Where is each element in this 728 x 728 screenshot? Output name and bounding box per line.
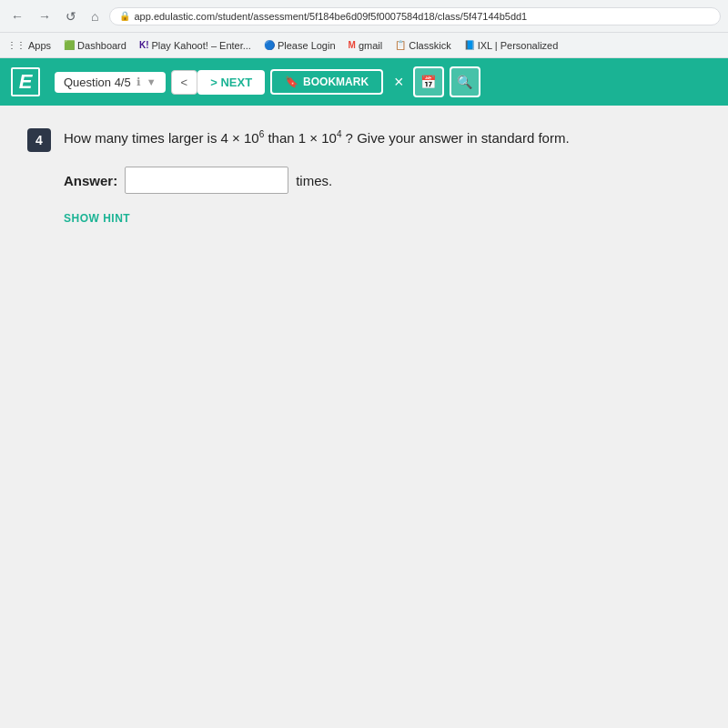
search-icon: 🔍	[457, 75, 472, 89]
chevron-down-icon[interactable]: ▼	[147, 76, 157, 87]
answer-input[interactable]	[125, 167, 288, 194]
url-bar[interactable]: 🔒 app.edulastic.com/student/assessment/5…	[109, 7, 721, 25]
question-text-part2: than 1 × 10	[264, 130, 337, 146]
bookmark-apps-label: Apps	[28, 40, 51, 51]
show-hint-button[interactable]: SHOW HINT	[64, 212, 701, 225]
bookmark-login-label: Please Login	[278, 40, 336, 51]
question-nav: Question 4/5 ℹ ▼	[55, 72, 166, 93]
calendar-button[interactable]: 📅	[413, 66, 444, 97]
kahoot-icon: K!	[139, 40, 149, 50]
bookmark-login[interactable]: 🔵 Please Login	[264, 40, 336, 51]
forward-button[interactable]: →	[35, 7, 55, 25]
bookmark-icon: 🔖	[285, 76, 298, 88]
next-button[interactable]: > NEXT	[197, 70, 265, 95]
question-text: How many times larger is 4 × 106 than 1 …	[64, 127, 570, 149]
bookmark-classkick[interactable]: 📋 Classkick	[395, 40, 450, 51]
question-block: 4 How many times larger is 4 × 106 than …	[27, 127, 701, 152]
apps-icon: ⋮⋮	[7, 40, 25, 50]
back-button[interactable]: ←	[7, 7, 27, 25]
bookmark-dashboard-label: Dashboard	[77, 40, 126, 51]
classkick-icon: 📋	[395, 40, 406, 50]
answer-label: Answer:	[64, 173, 117, 188]
question-number: 4	[27, 128, 51, 152]
dashboard-icon: 🟩	[64, 40, 75, 50]
search-button[interactable]: 🔍	[450, 66, 480, 97]
url-text: app.edulastic.com/student/assessment/5f1…	[134, 11, 527, 22]
close-button[interactable]: ×	[390, 69, 408, 96]
times-label: times.	[296, 173, 332, 188]
question-counter: Question 4/5	[64, 76, 131, 89]
app-toolbar: E Question 4/5 ℹ ▼ < > NEXT 🔖 BOOKMARK ×…	[0, 58, 728, 106]
app-logo: E	[11, 67, 40, 96]
info-icon: ℹ	[136, 76, 141, 88]
bookmark-kahoot-label: Play Kahoot! – Enter...	[151, 40, 250, 51]
browser-bar: ← → ↺ ⌂ 🔒 app.edulastic.com/student/asse…	[0, 0, 728, 33]
home-button[interactable]: ⌂	[87, 7, 102, 25]
bookmark-label: BOOKMARK	[303, 76, 369, 88]
bookmark-gmail-label: gmail	[359, 40, 382, 51]
prev-button[interactable]: <	[171, 70, 198, 95]
answer-row: Answer: times.	[64, 167, 701, 194]
bookmark-button[interactable]: 🔖 BOOKMARK	[270, 69, 383, 95]
lock-icon: 🔒	[119, 11, 130, 21]
prev-icon: <	[181, 76, 188, 89]
gmail-icon: M	[349, 40, 356, 50]
bookmark-gmail[interactable]: M gmail	[349, 40, 383, 51]
calendar-icon: 📅	[420, 75, 436, 89]
ixl-icon: 📘	[464, 40, 475, 50]
next-label: > NEXT	[210, 76, 252, 89]
question-text-part3: ? Give your answer in standard form.	[341, 130, 569, 146]
bookmark-dashboard[interactable]: 🟩 Dashboard	[64, 40, 126, 51]
bookmark-ixl[interactable]: 📘 IXL | Personalized	[464, 40, 559, 51]
bookmark-classkick-label: Classkick	[409, 40, 450, 51]
bookmark-ixl-label: IXL | Personalized	[478, 40, 559, 51]
reload-button[interactable]: ↺	[62, 7, 80, 25]
question-text-part1: How many times larger is 4 × 10	[64, 130, 259, 146]
bookmarks-bar: ⋮⋮ Apps 🟩 Dashboard K! Play Kahoot! – En…	[0, 33, 728, 58]
login-icon: 🔵	[264, 40, 275, 50]
content-area: 4 How many times larger is 4 × 106 than …	[0, 106, 728, 728]
bookmark-apps[interactable]: ⋮⋮ Apps	[7, 40, 51, 51]
bookmark-kahoot[interactable]: K! Play Kahoot! – Enter...	[139, 40, 251, 51]
